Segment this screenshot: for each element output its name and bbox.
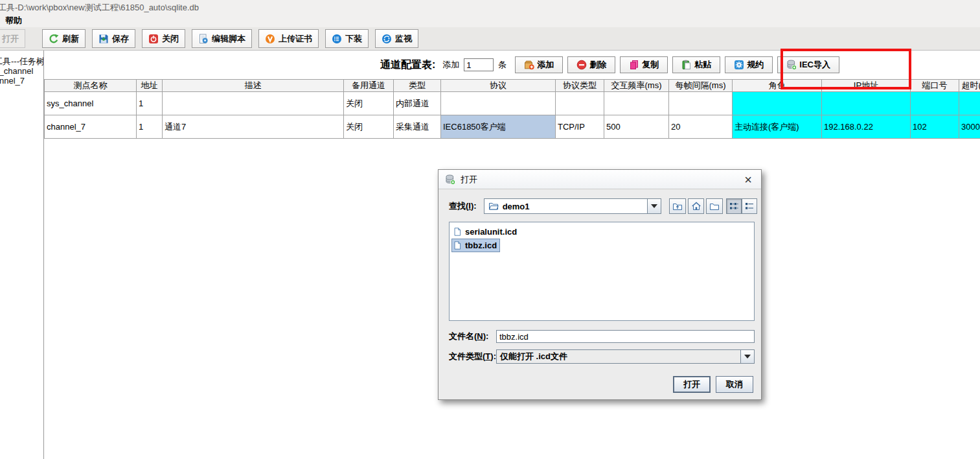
look-in-row: 查找(I): demo1 — [449, 198, 757, 214]
column-header[interactable]: 交互频率(ms) — [604, 80, 669, 92]
dialog-open-button[interactable]: 打开 — [673, 376, 711, 393]
task-tree-panel: 工具---任务树 sys_channel channel_7 — [0, 51, 44, 459]
table-cell[interactable] — [911, 92, 959, 115]
table-cell[interactable]: sys_channel — [45, 92, 137, 115]
column-header[interactable]: 端口号 — [911, 80, 959, 92]
app-window: 工具-D:\work\pbox\new测试工程\61850_auto\sqlit… — [0, 0, 980, 459]
copy-icon — [629, 60, 639, 70]
add-count-input[interactable] — [464, 58, 494, 71]
up-folder-button[interactable] — [669, 198, 686, 214]
table-cell[interactable] — [556, 92, 604, 115]
button-label: 编辑脚本 — [212, 33, 245, 45]
table-cell[interactable] — [822, 92, 911, 115]
look-in-value: demo1 — [503, 202, 530, 211]
refresh-button[interactable]: 刷新 — [42, 29, 85, 48]
column-header[interactable]: 测点名称 — [45, 80, 137, 92]
table-cell[interactable]: 20 — [669, 115, 733, 139]
channel-table: 测点名称地址描述备用通道类型协议协议类型交互频率(ms)每帧间隔(ms)角色IP… — [44, 79, 980, 139]
tree-node-sys-channel[interactable]: sys_channel — [0, 66, 33, 76]
look-in-dropdown-arrow[interactable] — [647, 199, 661, 213]
table-cell[interactable]: channel_7 — [45, 115, 137, 139]
table-cell[interactable]: 采集通道 — [394, 115, 441, 139]
folder-icon — [488, 201, 499, 211]
iec-import-button[interactable]: IEC导入 — [777, 56, 839, 73]
table-cell[interactable]: 通道7 — [163, 115, 344, 139]
save-button[interactable]: 保存 — [92, 29, 135, 48]
file-item[interactable]: tbbz.icd — [451, 239, 500, 252]
table-cell[interactable]: IEC61850客户端 — [441, 115, 556, 139]
file-type-value: 仅能打开 .icd文件 — [497, 351, 740, 362]
main-toolbar: 打开 刷新 保存 关闭 编辑脚本 上传证书 下装 监视 — [0, 27, 980, 51]
protocol-button[interactable]: 规约 — [725, 56, 773, 73]
table-cell[interactable]: 关闭 — [344, 92, 394, 115]
table-cell[interactable] — [441, 92, 556, 115]
column-header[interactable]: 协议 — [441, 80, 556, 92]
copy-row-button[interactable]: 复制 — [620, 56, 668, 73]
column-header[interactable]: 超时(ms) — [959, 80, 980, 92]
column-header[interactable]: 每帧间隔(ms) — [669, 80, 733, 92]
new-folder-button[interactable] — [706, 198, 723, 214]
table-cell[interactable]: 1 — [137, 92, 163, 115]
close-button[interactable]: 关闭 — [142, 29, 185, 48]
table-row: sys_channel1关闭内部通道 — [45, 92, 980, 115]
home-icon — [691, 201, 701, 211]
tree-node-channel-7[interactable]: channel_7 — [0, 76, 25, 86]
look-in-combobox[interactable]: demo1 — [484, 198, 661, 214]
list-view-toggle[interactable] — [726, 198, 742, 214]
look-in-label: 查找(I): — [449, 200, 477, 212]
dialog-close-icon[interactable]: × — [742, 173, 755, 186]
button-label: 添加 — [537, 59, 554, 71]
table-cell[interactable]: 1 — [137, 115, 163, 139]
column-header[interactable]: 备用通道 — [344, 80, 394, 92]
table-cell[interactable] — [959, 92, 980, 115]
delete-row-button[interactable]: 删除 — [567, 56, 615, 73]
paste-row-button[interactable]: 粘贴 — [672, 56, 720, 73]
details-view-icon — [744, 201, 755, 211]
table-cell[interactable]: 102 — [911, 115, 959, 139]
protocol-icon — [734, 60, 744, 70]
table-cell[interactable]: 主动连接(客户端) — [733, 115, 822, 139]
table-cell[interactable]: 500 — [604, 115, 669, 139]
home-button[interactable] — [688, 198, 705, 214]
table-cell[interactable]: 内部通道 — [394, 92, 441, 115]
column-header[interactable]: 角色 — [733, 80, 822, 92]
button-label: 下装 — [345, 33, 362, 45]
table-cell[interactable]: 3000 — [959, 115, 980, 139]
button-label: 上传证书 — [279, 33, 312, 45]
open-button[interactable]: 打开 — [0, 29, 25, 48]
table-cell[interactable]: 关闭 — [344, 115, 394, 139]
download-button[interactable]: 下装 — [325, 29, 369, 48]
column-header[interactable]: 类型 — [394, 80, 441, 92]
file-name-input[interactable] — [496, 330, 755, 343]
table-cell[interactable] — [604, 92, 669, 115]
button-label: IEC导入 — [799, 59, 830, 71]
column-header[interactable]: 协议类型 — [556, 80, 604, 92]
delete-icon — [576, 60, 587, 70]
table-cell[interactable] — [163, 92, 344, 115]
menu-help[interactable]: 帮助 — [5, 15, 22, 27]
table-cell[interactable] — [669, 92, 733, 115]
edit-script-button[interactable]: 编辑脚本 — [192, 29, 252, 48]
button-label: 打开 — [2, 33, 19, 45]
add-row-button[interactable]: 添加 — [515, 56, 563, 73]
table-cell[interactable]: TCP/IP — [556, 115, 604, 139]
table-cell[interactable]: 192.168.0.22 — [822, 115, 911, 139]
file-name: tbbz.icd — [465, 241, 497, 250]
table-cell[interactable] — [733, 92, 822, 115]
file-name-label: 文件名(N): — [449, 331, 496, 342]
column-header[interactable]: IP地址 — [822, 80, 911, 92]
file-name: serialunit.icd — [465, 227, 517, 237]
file-type-combobox[interactable]: 仅能打开 .icd文件 — [496, 349, 755, 364]
column-header[interactable]: 描述 — [163, 80, 344, 92]
column-header[interactable]: 地址 — [137, 80, 163, 92]
details-view-toggle[interactable] — [742, 198, 757, 214]
monitor-button[interactable]: 监视 — [375, 29, 418, 48]
file-name-row: 文件名(N): — [449, 330, 755, 343]
dialog-cancel-button[interactable]: 取消 — [716, 376, 753, 393]
upload-cert-button[interactable]: 上传证书 — [258, 29, 319, 48]
file-type-row: 文件类型(T): 仅能打开 .icd文件 — [449, 349, 755, 364]
button-label: 关闭 — [162, 33, 179, 45]
file-type-dropdown-arrow[interactable] — [740, 350, 754, 363]
file-item[interactable]: serialunit.icd — [451, 225, 520, 239]
button-label: 删除 — [589, 59, 606, 71]
